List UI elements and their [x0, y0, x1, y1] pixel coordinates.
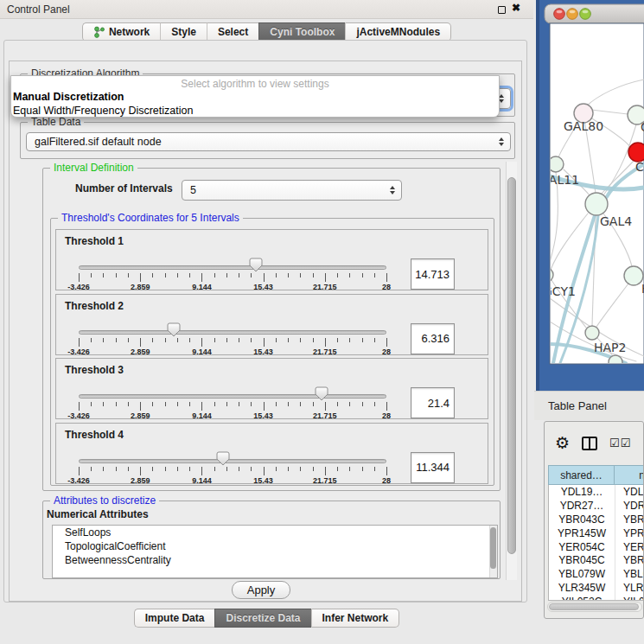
threshold-value-field[interactable]: 21.4 [411, 387, 455, 418]
table-cell: YDR27… [549, 499, 615, 513]
tab-select[interactable]: Select [207, 22, 258, 41]
tick-label: -3.426 [67, 411, 90, 420]
tick-mark [288, 273, 289, 277]
number-of-intervals-value: 5 [190, 184, 196, 196]
table-row[interactable]: YIL052CYIL0 [549, 595, 644, 601]
tick-mark [226, 402, 227, 406]
list-scrollbar-thumb[interactable] [490, 527, 496, 569]
tick-mark [264, 402, 265, 411]
tick-mark [374, 338, 375, 342]
tick-mark [386, 402, 387, 411]
algorithm-hint-item[interactable]: Select algorithm to view settings [11, 76, 499, 90]
attribute-item-topologicalcoefficient[interactable]: TopologicalCoefficient [53, 539, 497, 553]
threshold-label: Threshold 4 [65, 429, 124, 441]
apply-button[interactable]: Apply [232, 581, 290, 599]
table-cell: YIL052C [549, 595, 615, 601]
table-row[interactable]: YBL079WYBL0 [549, 567, 644, 581]
tick-mark [337, 402, 338, 406]
network-node-label: HAP2 [594, 341, 626, 354]
tick-mark [201, 273, 202, 282]
tick-mark [325, 467, 326, 475]
tick-mark [239, 273, 239, 277]
column-header-2[interactable]: na [614, 465, 644, 485]
threshold-slider-track[interactable] [79, 265, 386, 270]
minimize-button[interactable] [567, 9, 578, 20]
button-highlight [570, 10, 576, 14]
threshold-slider-track[interactable] [79, 394, 386, 399]
tab-discretize-data[interactable]: Discretize Data [214, 609, 310, 628]
attribute-item-selfloops[interactable]: SelfLoops [53, 526, 497, 539]
zoom-button[interactable] [580, 9, 591, 20]
checkbox-icons[interactable]: ☑☑ [609, 437, 631, 450]
network-node-c[interactable] [628, 143, 644, 162]
tick-mark [79, 402, 80, 411]
algorithm-option-equal-width-frequency-discretization[interactable]: Equal Width/Frequency Discretization [11, 104, 499, 118]
network-view-window[interactable]: GAL80GACGAL11GAL4GCY1HHAP2 [536, 0, 644, 391]
tick-label: 28 [382, 348, 391, 356]
tick-mark [288, 338, 289, 342]
table-row[interactable]: YBR043CYBR0 [549, 513, 644, 526]
tick-label: 21.715 [313, 283, 337, 291]
threshold-value-field[interactable]: 14.713 [411, 258, 455, 290]
table-cell: YLR345W [549, 581, 615, 595]
tick-mark [362, 338, 363, 342]
tab-network[interactable]: Network [82, 22, 160, 41]
gear-icon[interactable]: ⚙ [555, 435, 570, 451]
threshold-slider-track[interactable] [79, 330, 386, 335]
tick-label: 21.715 [313, 411, 337, 420]
table-cell: YDL19… [549, 485, 615, 499]
attribute-item-betweennesscentrality[interactable]: BetweennessCentrality [53, 553, 497, 567]
control-panel-titlebar: Control Panel [0, 0, 533, 19]
numerical-attributes-list[interactable]: SelfLoopsTopologicalCoefficientBetweenne… [52, 525, 498, 578]
threshold-slider-track[interactable] [79, 459, 386, 463]
tab-style[interactable]: Style [160, 22, 207, 41]
table-row[interactable]: YLR345WYLR3 [549, 581, 644, 595]
table-row[interactable]: YBR045CYBR0 [549, 553, 644, 567]
table-row[interactable]: YDR27…YDR2 [549, 499, 644, 513]
tab-impute-data[interactable]: Impute Data [134, 609, 215, 628]
network-node-gal4[interactable] [585, 193, 608, 215]
threshold-slider-thumb[interactable] [315, 386, 328, 401]
tick-mark [264, 338, 265, 347]
column-header-1[interactable]: shared… [548, 465, 614, 485]
tick-mark [386, 467, 387, 475]
split-columns-icon[interactable] [582, 437, 597, 450]
threshold-row-1: Threshold 1-3.4262.8599.14415.4321.71528… [55, 229, 488, 290]
table-hscrollbar-thumb[interactable] [549, 603, 639, 610]
settings-scrollbar-track[interactable] [506, 162, 517, 580]
table-data-combobox[interactable]: galFiltered.sif default node [26, 132, 511, 151]
close-button[interactable] [554, 9, 565, 20]
tab-jactivemnodules[interactable]: jActiveMNodules [345, 22, 451, 41]
table-data-label: Table Data [28, 116, 84, 128]
table-row[interactable]: YPR145WYPR1 [549, 526, 644, 540]
threshold-value-field[interactable]: 6.316 [411, 323, 455, 354]
network-icon [93, 26, 105, 38]
tick-label: 28 [382, 411, 391, 420]
tick-mark [362, 467, 363, 471]
tab-cyni-toolbox[interactable]: Cyni Toolbox [258, 22, 345, 41]
table-row[interactable]: YER054CYER0 [549, 540, 644, 554]
number-of-intervals-combobox[interactable]: 5 [182, 180, 402, 201]
network-node-hap2[interactable] [585, 326, 599, 340]
threshold-value-field[interactable]: 11.344 [411, 452, 455, 483]
tick-mark [337, 467, 338, 471]
table-hscrollbar-track[interactable] [547, 602, 642, 612]
button-highlight [583, 10, 589, 14]
tab-label: Style [171, 23, 196, 41]
float-window-icon[interactable] [498, 6, 506, 14]
tick-mark [140, 338, 141, 347]
threshold-slider-thumb[interactable] [216, 451, 230, 466]
network-node-h[interactable] [624, 266, 643, 285]
tick-mark [79, 467, 80, 475]
threshold-slider-thumb[interactable] [167, 322, 181, 337]
table-row[interactable]: YDL19…YDL1 [549, 485, 644, 499]
tab-infer-network[interactable]: Infer Network [311, 609, 400, 628]
list-scrollbar-track[interactable] [489, 526, 497, 578]
threshold-slider-thumb[interactable] [249, 258, 263, 272]
settings-scrollbar-thumb[interactable] [507, 177, 516, 554]
tick-mark [152, 338, 153, 342]
node-attribute-table[interactable]: shared…na YDL19…YDL1YDR27…YDR2YBR043CYBR… [548, 465, 644, 601]
close-icon[interactable]: ✖ [512, 2, 520, 14]
tick-mark [201, 338, 202, 347]
algorithm-option-manual-discretization[interactable]: Manual Discretization [11, 90, 499, 104]
